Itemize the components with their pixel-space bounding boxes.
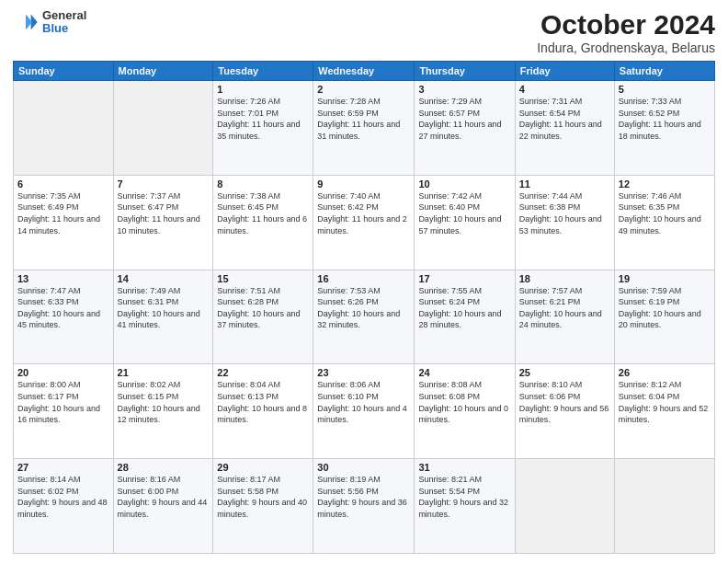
day-info: Sunrise: 7:35 AM Sunset: 6:49 PM Dayligh… <box>17 190 109 236</box>
week-row-2: 13Sunrise: 7:47 AM Sunset: 6:33 PM Dayli… <box>14 270 715 364</box>
day-info: Sunrise: 7:26 AM Sunset: 7:01 PM Dayligh… <box>217 96 309 142</box>
day-header-tuesday: Tuesday <box>213 62 313 81</box>
day-info: Sunrise: 8:08 AM Sunset: 6:08 PM Dayligh… <box>418 379 510 425</box>
calendar-cell <box>515 459 614 554</box>
day-number: 16 <box>317 273 410 284</box>
page: General Blue October 2024 Indura, Grodne… <box>0 0 728 563</box>
calendar-cell: 23Sunrise: 8:06 AM Sunset: 6:10 PM Dayli… <box>313 364 415 459</box>
calendar-body: 1Sunrise: 7:26 AM Sunset: 7:01 PM Daylig… <box>14 81 715 554</box>
day-number: 8 <box>217 178 309 190</box>
day-number: 18 <box>519 273 610 284</box>
day-number: 7 <box>118 178 210 190</box>
calendar-cell: 7Sunrise: 7:37 AM Sunset: 6:47 PM Daylig… <box>113 175 213 270</box>
calendar-cell <box>14 81 114 176</box>
day-info: Sunrise: 7:57 AM Sunset: 6:21 PM Dayligh… <box>519 285 610 331</box>
calendar-cell: 20Sunrise: 8:00 AM Sunset: 6:17 PM Dayli… <box>14 364 114 459</box>
day-header-wednesday: Wednesday <box>313 62 415 81</box>
day-number: 1 <box>217 84 309 95</box>
calendar-cell <box>614 459 714 554</box>
logo-blue: Blue <box>42 22 86 35</box>
calendar-cell: 18Sunrise: 7:57 AM Sunset: 6:21 PM Dayli… <box>515 270 614 364</box>
day-info: Sunrise: 7:55 AM Sunset: 6:24 PM Dayligh… <box>418 285 510 331</box>
day-info: Sunrise: 7:53 AM Sunset: 6:26 PM Dayligh… <box>317 285 410 331</box>
logo-text: General Blue <box>42 9 86 36</box>
day-number: 6 <box>17 178 109 190</box>
day-number: 13 <box>17 273 109 284</box>
calendar-cell: 11Sunrise: 7:44 AM Sunset: 6:38 PM Dayli… <box>515 175 614 270</box>
day-number: 30 <box>317 462 410 473</box>
logo: General Blue <box>13 9 86 36</box>
day-number: 26 <box>619 367 711 378</box>
calendar-cell: 19Sunrise: 7:59 AM Sunset: 6:19 PM Dayli… <box>614 270 714 364</box>
calendar-cell: 14Sunrise: 7:49 AM Sunset: 6:31 PM Dayli… <box>113 270 213 364</box>
day-info: Sunrise: 7:31 AM Sunset: 6:54 PM Dayligh… <box>519 96 610 142</box>
day-number: 2 <box>317 84 410 95</box>
day-number: 25 <box>519 367 610 378</box>
calendar-cell: 1Sunrise: 7:26 AM Sunset: 7:01 PM Daylig… <box>213 81 313 176</box>
day-header-monday: Monday <box>113 62 213 81</box>
day-info: Sunrise: 8:04 AM Sunset: 6:13 PM Dayligh… <box>217 379 309 425</box>
calendar-cell: 25Sunrise: 8:10 AM Sunset: 6:06 PM Dayli… <box>515 364 614 459</box>
day-info: Sunrise: 7:38 AM Sunset: 6:45 PM Dayligh… <box>217 190 309 236</box>
day-info: Sunrise: 7:49 AM Sunset: 6:31 PM Dayligh… <box>118 285 210 331</box>
page-title: October 2024 <box>537 9 715 40</box>
day-info: Sunrise: 8:02 AM Sunset: 6:15 PM Dayligh… <box>118 379 210 425</box>
day-number: 4 <box>519 84 610 95</box>
day-number: 11 <box>519 178 610 190</box>
day-info: Sunrise: 7:51 AM Sunset: 6:28 PM Dayligh… <box>217 285 309 331</box>
day-info: Sunrise: 8:16 AM Sunset: 6:00 PM Dayligh… <box>118 474 210 520</box>
calendar-cell: 10Sunrise: 7:42 AM Sunset: 6:40 PM Dayli… <box>415 175 515 270</box>
calendar-cell: 31Sunrise: 8:21 AM Sunset: 5:54 PM Dayli… <box>415 459 515 554</box>
week-row-1: 6Sunrise: 7:35 AM Sunset: 6:49 PM Daylig… <box>14 175 715 270</box>
day-info: Sunrise: 8:10 AM Sunset: 6:06 PM Dayligh… <box>519 379 610 425</box>
day-header-sunday: Sunday <box>14 62 114 81</box>
day-number: 22 <box>217 367 309 378</box>
day-info: Sunrise: 7:59 AM Sunset: 6:19 PM Dayligh… <box>619 285 711 331</box>
day-number: 17 <box>418 273 510 284</box>
day-info: Sunrise: 7:44 AM Sunset: 6:38 PM Dayligh… <box>519 190 610 236</box>
day-number: 24 <box>418 367 510 378</box>
header-row: SundayMondayTuesdayWednesdayThursdayFrid… <box>14 62 715 81</box>
week-row-0: 1Sunrise: 7:26 AM Sunset: 7:01 PM Daylig… <box>14 81 715 176</box>
day-info: Sunrise: 7:29 AM Sunset: 6:57 PM Dayligh… <box>418 96 510 142</box>
day-info: Sunrise: 8:19 AM Sunset: 5:56 PM Dayligh… <box>317 474 410 520</box>
calendar-header: SundayMondayTuesdayWednesdayThursdayFrid… <box>14 62 715 81</box>
day-info: Sunrise: 7:37 AM Sunset: 6:47 PM Dayligh… <box>118 190 210 236</box>
day-info: Sunrise: 8:14 AM Sunset: 6:02 PM Dayligh… <box>17 474 109 520</box>
calendar-cell: 5Sunrise: 7:33 AM Sunset: 6:52 PM Daylig… <box>614 81 714 176</box>
day-number: 14 <box>118 273 210 284</box>
day-info: Sunrise: 8:12 AM Sunset: 6:04 PM Dayligh… <box>619 379 711 425</box>
day-number: 9 <box>317 178 410 190</box>
day-number: 12 <box>619 178 711 190</box>
calendar-table: SundayMondayTuesdayWednesdayThursdayFrid… <box>13 61 715 554</box>
calendar-cell: 30Sunrise: 8:19 AM Sunset: 5:56 PM Dayli… <box>313 459 415 554</box>
calendar-cell: 27Sunrise: 8:14 AM Sunset: 6:02 PM Dayli… <box>14 459 114 554</box>
day-number: 19 <box>619 273 711 284</box>
day-info: Sunrise: 8:21 AM Sunset: 5:54 PM Dayligh… <box>418 474 510 520</box>
calendar-cell: 26Sunrise: 8:12 AM Sunset: 6:04 PM Dayli… <box>614 364 714 459</box>
day-number: 29 <box>217 462 309 473</box>
day-header-saturday: Saturday <box>614 62 714 81</box>
header: General Blue October 2024 Indura, Grodne… <box>13 9 715 55</box>
day-info: Sunrise: 8:00 AM Sunset: 6:17 PM Dayligh… <box>17 379 109 425</box>
calendar-cell: 24Sunrise: 8:08 AM Sunset: 6:08 PM Dayli… <box>415 364 515 459</box>
week-row-3: 20Sunrise: 8:00 AM Sunset: 6:17 PM Dayli… <box>14 364 715 459</box>
title-block: October 2024 Indura, Grodnenskaya, Belar… <box>537 9 715 55</box>
calendar-cell: 21Sunrise: 8:02 AM Sunset: 6:15 PM Dayli… <box>113 364 213 459</box>
calendar-cell: 3Sunrise: 7:29 AM Sunset: 6:57 PM Daylig… <box>415 81 515 176</box>
day-info: Sunrise: 7:28 AM Sunset: 6:59 PM Dayligh… <box>317 96 410 142</box>
day-info: Sunrise: 8:06 AM Sunset: 6:10 PM Dayligh… <box>317 379 410 425</box>
calendar-cell: 12Sunrise: 7:46 AM Sunset: 6:35 PM Dayli… <box>614 175 714 270</box>
day-number: 27 <box>17 462 109 473</box>
day-header-thursday: Thursday <box>415 62 515 81</box>
day-info: Sunrise: 8:17 AM Sunset: 5:58 PM Dayligh… <box>217 474 309 520</box>
generalblue-icon <box>13 9 39 35</box>
day-info: Sunrise: 7:40 AM Sunset: 6:42 PM Dayligh… <box>317 190 410 236</box>
calendar-cell: 29Sunrise: 8:17 AM Sunset: 5:58 PM Dayli… <box>213 459 313 554</box>
page-subtitle: Indura, Grodnenskaya, Belarus <box>537 40 715 55</box>
calendar-cell: 8Sunrise: 7:38 AM Sunset: 6:45 PM Daylig… <box>213 175 313 270</box>
day-number: 15 <box>217 273 309 284</box>
calendar-cell: 13Sunrise: 7:47 AM Sunset: 6:33 PM Dayli… <box>14 270 114 364</box>
calendar-cell: 28Sunrise: 8:16 AM Sunset: 6:00 PM Dayli… <box>113 459 213 554</box>
day-number: 28 <box>118 462 210 473</box>
